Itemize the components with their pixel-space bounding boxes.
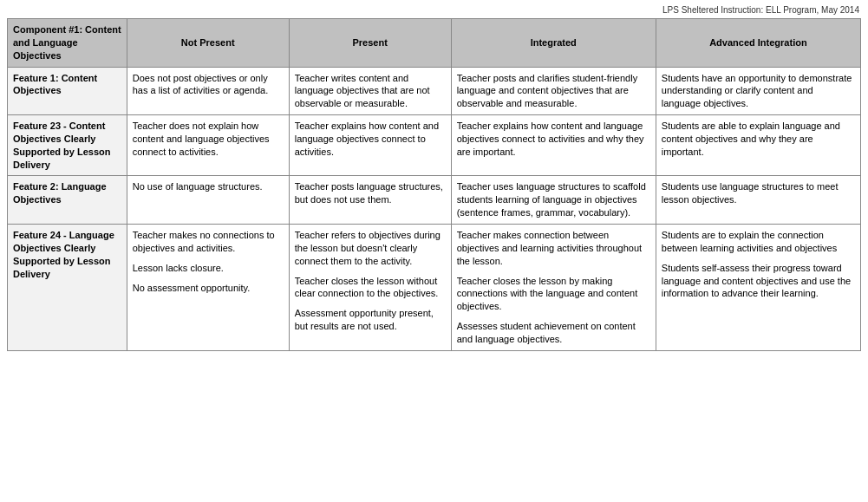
col-integrated-header: Integrated: [451, 19, 656, 68]
rubric-table: Component #1: Content and Language Objec…: [7, 18, 861, 351]
advanced-cell-2: Students use language structures to meet…: [656, 176, 860, 225]
page-wrapper: LPS Sheltered Instruction: ELL Program, …: [0, 0, 868, 358]
col-advanced-header: Advanced Integration: [656, 19, 860, 68]
advanced-cell-1: Students are able to explain language an…: [656, 115, 860, 176]
top-label: LPS Sheltered Instruction: ELL Program, …: [7, 5, 861, 15]
advanced-cell-0: Students have an opportunity to demonstr…: [656, 67, 860, 115]
feature-label-2: Feature 2: Language Objectives: [8, 176, 127, 225]
feature-label-0: Feature 1: Content Objectives: [8, 67, 127, 115]
present-cell-1: Teacher explains how content and languag…: [289, 115, 451, 176]
present-cell-3: Teacher refers to objectives during the …: [289, 224, 451, 350]
present-cell-2: Teacher posts language structures, but d…: [289, 176, 451, 225]
not-present-cell-3: Teacher makes no connections to objectiv…: [127, 224, 289, 350]
not-present-cell-2: No use of language structures.: [127, 176, 289, 225]
advanced-cell-3: Students are to explain the connection b…: [656, 224, 860, 350]
integrated-cell-0: Teacher posts and clarifies student-frie…: [451, 67, 656, 115]
integrated-cell-3: Teacher makes connection between objecti…: [451, 224, 656, 350]
integrated-cell-1: Teacher explains how content and languag…: [451, 115, 656, 176]
not-present-cell-1: Teacher does not explain how content and…: [127, 115, 289, 176]
integrated-cell-2: Teacher uses language structures to scaf…: [451, 176, 656, 225]
col-present-header: Present: [289, 19, 451, 68]
col-not-present-header: Not Present: [127, 19, 289, 68]
not-present-cell-0: Does not post objectives or only has a l…: [127, 67, 289, 115]
col-component-header: Component #1: Content and Language Objec…: [8, 19, 127, 68]
feature-label-1: Feature 23 - Content Objectives Clearly …: [8, 115, 127, 176]
present-cell-0: Teacher writes content and language obje…: [289, 67, 451, 115]
feature-label-3: Feature 24 - Language Objectives Clearly…: [8, 224, 127, 350]
